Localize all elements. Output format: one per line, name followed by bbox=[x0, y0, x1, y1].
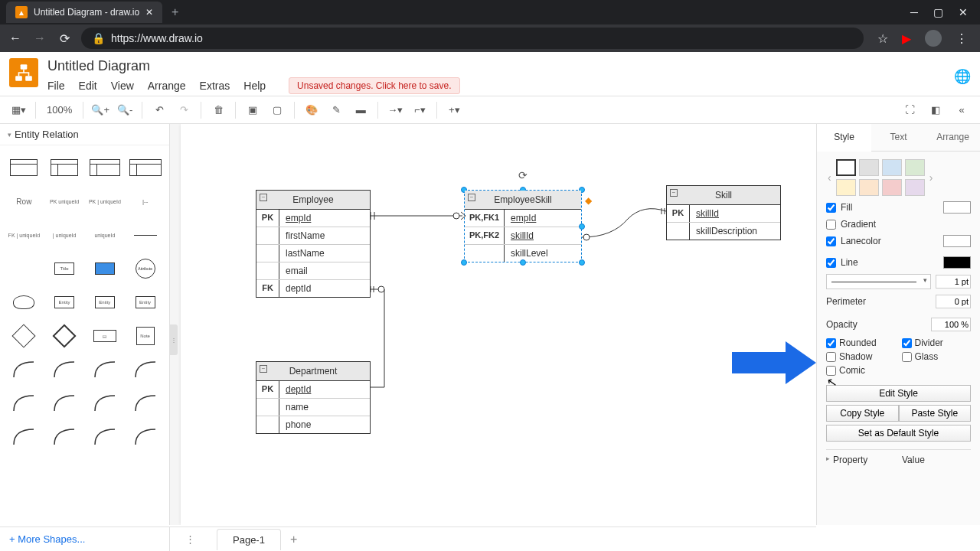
set-default-style-button[interactable]: Set as Default Style bbox=[826, 425, 971, 442]
collapse-icon[interactable]: − bbox=[670, 189, 678, 197]
delete-icon[interactable]: 🗑 bbox=[207, 99, 229, 121]
menu-edit[interactable]: Edit bbox=[79, 80, 97, 92]
gradient-checkbox[interactable] bbox=[826, 220, 836, 230]
to-back-icon[interactable]: ▢ bbox=[266, 99, 288, 121]
shape-entity-box2[interactable]: Entity bbox=[87, 288, 123, 317]
collapse-icon[interactable]: − bbox=[468, 194, 475, 201]
window-maximize-icon[interactable]: ▢ bbox=[933, 6, 943, 18]
shape-row-short[interactable]: |-- bbox=[127, 187, 163, 216]
more-shapes-link[interactable]: More Shapes... bbox=[0, 527, 169, 551]
resize-handle[interactable] bbox=[461, 259, 467, 266]
new-tab-button[interactable]: + bbox=[162, 5, 188, 19]
sidebar-section-header[interactable]: Entity Relation bbox=[0, 124, 169, 145]
shape-row-divider[interactable]: PK | uniqueId bbox=[87, 187, 123, 216]
sidebar-collapse-handle[interactable]: ⋮ bbox=[170, 324, 178, 355]
browser-tab[interactable]: ▲ Untitled Diagram - draw.io ✕ bbox=[6, 2, 162, 23]
shape-curve2[interactable] bbox=[47, 355, 83, 384]
app-logo[interactable] bbox=[9, 58, 38, 87]
resize-handle[interactable] bbox=[520, 259, 526, 266]
profile-avatar[interactable] bbox=[925, 30, 942, 47]
line-checkbox[interactable] bbox=[826, 258, 836, 268]
shape-attribute-circle[interactable]: Attribute bbox=[127, 254, 163, 283]
youtube-ext-icon[interactable]: ▶ bbox=[902, 31, 911, 46]
perimeter-input[interactable] bbox=[936, 295, 971, 308]
add-page-button[interactable]: + bbox=[281, 533, 306, 546]
browser-menu-icon[interactable]: ⋮ bbox=[956, 31, 968, 46]
collapse-panel-icon[interactable]: « bbox=[951, 99, 972, 121]
window-close-icon[interactable]: ✕ bbox=[959, 6, 968, 18]
shape-curve7[interactable] bbox=[87, 389, 123, 418]
paste-style-button[interactable]: Paste Style bbox=[899, 405, 972, 422]
language-globe-icon[interactable]: 🌐 bbox=[954, 68, 971, 85]
shape-curve1[interactable] bbox=[6, 355, 42, 384]
shape-row[interactable]: Row bbox=[6, 187, 42, 216]
entity-department[interactable]: −Department PKdeptId name phone bbox=[256, 361, 371, 434]
line-color-chip[interactable] bbox=[943, 256, 971, 269]
shape-entity-box3[interactable]: Entity bbox=[127, 288, 163, 317]
tab-close-icon[interactable]: ✕ bbox=[145, 7, 153, 18]
waypoint-icon[interactable]: ⌐▾ bbox=[409, 99, 430, 121]
property-table-header[interactable]: Property Value bbox=[826, 449, 971, 470]
document-title[interactable]: Untitled Diagram bbox=[47, 58, 460, 74]
insert-icon[interactable]: +▾ bbox=[443, 99, 465, 121]
shape-curve12[interactable] bbox=[127, 422, 163, 452]
shape-curve4[interactable] bbox=[127, 355, 163, 384]
opacity-input[interactable] bbox=[931, 318, 971, 331]
shape-cloud[interactable] bbox=[6, 288, 42, 317]
entity-employeeskill[interactable]: ⟳ ◆ −EmployeeSkill PK,FK1empId PK,FK2ski… bbox=[464, 190, 582, 262]
menu-arrange[interactable]: Arrange bbox=[148, 80, 186, 92]
shape-curve8[interactable] bbox=[127, 389, 163, 418]
selection-add-icon[interactable]: ◆ bbox=[585, 195, 592, 206]
swatch[interactable] bbox=[905, 159, 925, 176]
shape-curve9[interactable] bbox=[6, 422, 42, 452]
shape-row-key[interactable]: PK uniqueId bbox=[47, 187, 83, 216]
page-tab[interactable]: Page-1 bbox=[217, 529, 281, 550]
shape-entity-box[interactable]: Entity bbox=[47, 288, 83, 317]
shape-table[interactable] bbox=[6, 153, 42, 182]
rotate-handle-icon[interactable]: ⟳ bbox=[518, 169, 528, 181]
bookmark-star-icon[interactable]: ☆ bbox=[877, 31, 888, 46]
copy-style-button[interactable]: Copy Style bbox=[826, 405, 899, 422]
shape-empty[interactable] bbox=[6, 254, 42, 283]
zoom-level[interactable]: 100% bbox=[42, 104, 77, 116]
fullscreen-icon[interactable]: ⛶ bbox=[899, 99, 920, 121]
swatch[interactable] bbox=[859, 159, 879, 176]
shape-table-col[interactable] bbox=[47, 153, 83, 182]
undo-icon[interactable]: ↶ bbox=[149, 99, 170, 121]
shape-title-box[interactable]: Title bbox=[47, 254, 83, 283]
shape-title-blue[interactable] bbox=[87, 254, 123, 283]
url-field[interactable]: 🔒 https://www.draw.io bbox=[81, 28, 864, 49]
swatch[interactable] bbox=[836, 159, 856, 176]
swatch[interactable] bbox=[882, 159, 902, 176]
page-menu-icon[interactable]: ⋮ bbox=[179, 533, 201, 545]
swatch[interactable] bbox=[859, 179, 879, 196]
nav-back-icon[interactable]: ← bbox=[8, 31, 23, 45]
to-front-icon[interactable]: ▣ bbox=[242, 99, 263, 121]
entity-skill[interactable]: −Skill PKskillId skillDescription bbox=[666, 185, 781, 240]
shadow-icon[interactable]: ▬ bbox=[350, 99, 371, 121]
swatch-next-icon[interactable]: › bbox=[928, 171, 935, 184]
shape-curve6[interactable] bbox=[47, 389, 83, 418]
lanecolor-checkbox[interactable] bbox=[826, 236, 836, 246]
collapse-icon[interactable]: − bbox=[260, 365, 267, 373]
shape-box-split[interactable]: ⊟ bbox=[87, 321, 123, 350]
window-minimize-icon[interactable]: ─ bbox=[910, 6, 918, 18]
shape-curve5[interactable] bbox=[6, 389, 42, 418]
shape-row-fk[interactable]: FK | uniqueId bbox=[6, 220, 42, 249]
shape-note[interactable]: Note bbox=[127, 321, 163, 350]
shape-diamond2[interactable] bbox=[47, 321, 83, 350]
format-panel-icon[interactable]: ◧ bbox=[925, 99, 946, 121]
swatch[interactable] bbox=[905, 179, 925, 196]
tab-arrange[interactable]: Arrange bbox=[926, 124, 980, 151]
canvas[interactable]: −Employee PKempId firstName lastName ema… bbox=[181, 124, 816, 525]
menu-extras[interactable]: Extras bbox=[200, 80, 230, 92]
shadow-checkbox[interactable] bbox=[826, 352, 836, 362]
glass-checkbox[interactable] bbox=[902, 352, 912, 362]
menu-file[interactable]: File bbox=[47, 80, 65, 92]
shape-curve10[interactable] bbox=[47, 422, 83, 452]
view-dropdown-icon[interactable]: ▦▾ bbox=[8, 99, 29, 121]
shape-table-wide[interactable] bbox=[127, 153, 163, 182]
fill-checkbox[interactable] bbox=[826, 203, 836, 213]
collapse-icon[interactable]: − bbox=[260, 194, 267, 201]
swatch[interactable] bbox=[882, 179, 902, 196]
